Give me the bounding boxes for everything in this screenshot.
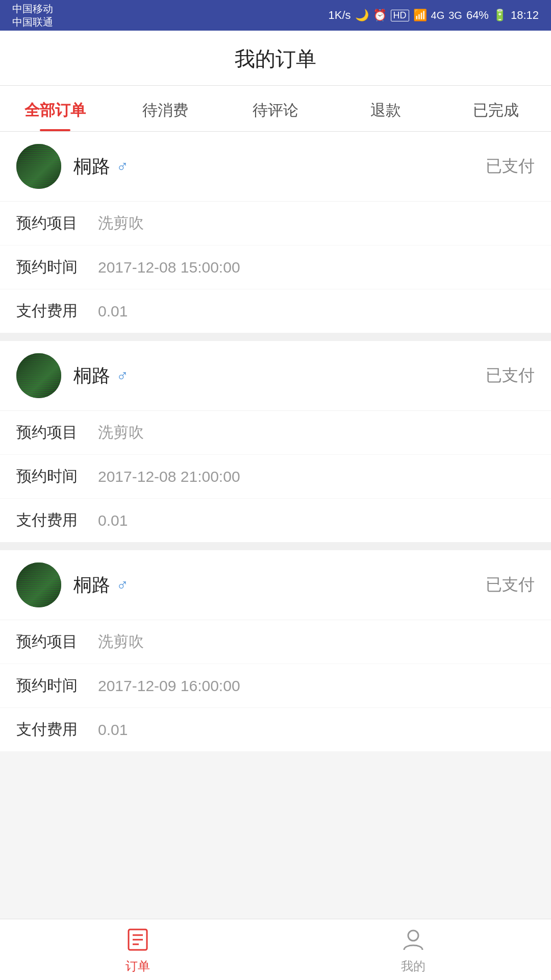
order-time-row-1: 预约时间 2017-12-08 15:00:00 bbox=[0, 246, 551, 289]
order-header-1: 桐路 ♂ 已支付 bbox=[0, 132, 551, 202]
project-label-1: 预约项目 bbox=[16, 213, 98, 234]
fee-value-3: 0.01 bbox=[98, 721, 128, 739]
fee-value-1: 0.01 bbox=[98, 303, 128, 320]
shop-name-3: 桐路 bbox=[73, 573, 110, 598]
signal-4g-icon: 4G bbox=[431, 10, 445, 21]
order-card-1: 桐路 ♂ 已支付 预约项目 洗剪吹 预约时间 2017-12-08 15:00:… bbox=[0, 132, 551, 333]
project-label-3: 预约项目 bbox=[16, 631, 98, 652]
wifi-icon: 📶 bbox=[413, 9, 427, 22]
order-status-2: 已支付 bbox=[486, 364, 535, 387]
bottom-nav: 订单 我的 bbox=[0, 919, 551, 980]
status-right: 1K/s 🌙 ⏰ HD 📶 4G 3G 64% 🔋 18:12 bbox=[328, 9, 539, 22]
project-value-1: 洗剪吹 bbox=[98, 213, 144, 234]
time-display: 18:12 bbox=[511, 9, 539, 22]
battery-percent: 64% bbox=[466, 9, 489, 22]
order-time-row-2: 预约时间 2017-12-08 21:00:00 bbox=[0, 455, 551, 499]
project-label-2: 预约项目 bbox=[16, 422, 98, 443]
carrier2: 中国联通 bbox=[12, 15, 53, 29]
fee-label-2: 支付费用 bbox=[16, 510, 98, 531]
gender-icon-1: ♂ bbox=[116, 157, 129, 176]
alarm-icon: ⏰ bbox=[373, 9, 387, 22]
nav-orders-label: 订单 bbox=[126, 958, 150, 974]
fee-label-3: 支付费用 bbox=[16, 719, 98, 740]
order-header-2: 桐路 ♂ 已支付 bbox=[0, 341, 551, 411]
shop-name-2: 桐路 bbox=[73, 363, 110, 388]
svg-point-4 bbox=[408, 930, 418, 941]
tab-bar: 全部订单 待消费 待评论 退款 已完成 bbox=[0, 86, 551, 132]
tab-all-orders[interactable]: 全部订单 bbox=[0, 86, 110, 131]
carrier-info: 中国移动 中国联通 bbox=[12, 2, 53, 29]
fee-value-2: 0.01 bbox=[98, 512, 128, 529]
signal-3g-icon: 3G bbox=[448, 10, 462, 21]
order-fee-row-1: 支付费用 0.01 bbox=[0, 289, 551, 333]
order-status-1: 已支付 bbox=[486, 155, 535, 178]
order-list: 桐路 ♂ 已支付 预约项目 洗剪吹 预约时间 2017-12-08 15:00:… bbox=[0, 132, 551, 751]
order-card-3: 桐路 ♂ 已支付 预约项目 洗剪吹 预约时间 2017-12-09 16:00:… bbox=[0, 550, 551, 751]
order-status-3: 已支付 bbox=[486, 574, 535, 596]
moon-icon: 🌙 bbox=[355, 9, 369, 22]
gender-icon-3: ♂ bbox=[116, 576, 129, 595]
battery-icon: 🔋 bbox=[493, 9, 507, 22]
project-value-3: 洗剪吹 bbox=[98, 631, 144, 652]
order-project-row-3: 预约项目 洗剪吹 bbox=[0, 620, 551, 664]
order-project-row-2: 预约项目 洗剪吹 bbox=[0, 411, 551, 455]
order-card-2: 桐路 ♂ 已支付 预约项目 洗剪吹 预约时间 2017-12-08 21:00:… bbox=[0, 341, 551, 542]
tab-review[interactable]: 待评论 bbox=[220, 86, 331, 131]
order-fee-row-2: 支付费用 0.01 bbox=[0, 499, 551, 542]
gender-icon-2: ♂ bbox=[116, 366, 129, 385]
order-nav-icon bbox=[123, 925, 152, 954]
order-header-3: 桐路 ♂ 已支付 bbox=[0, 550, 551, 620]
tab-done[interactable]: 已完成 bbox=[441, 86, 551, 131]
shop-name-1: 桐路 bbox=[73, 154, 110, 179]
nav-mine[interactable]: 我的 bbox=[276, 919, 551, 980]
nav-mine-label: 我的 bbox=[401, 958, 425, 974]
person-nav-icon bbox=[399, 925, 428, 954]
tab-pending[interactable]: 待消费 bbox=[110, 86, 220, 131]
nav-orders[interactable]: 订单 bbox=[0, 919, 276, 980]
fee-label-1: 支付费用 bbox=[16, 301, 98, 322]
avatar-2 bbox=[16, 353, 61, 398]
hd-badge: HD bbox=[391, 10, 409, 21]
time-value-2: 2017-12-08 21:00:00 bbox=[98, 468, 240, 485]
order-time-row-3: 预约时间 2017-12-09 16:00:00 bbox=[0, 664, 551, 708]
avatar-3 bbox=[16, 562, 61, 607]
carrier1: 中国移动 bbox=[12, 2, 53, 15]
project-value-2: 洗剪吹 bbox=[98, 422, 144, 443]
time-label-2: 预约时间 bbox=[16, 466, 98, 487]
avatar-1 bbox=[16, 144, 61, 189]
tab-refund[interactable]: 退款 bbox=[331, 86, 441, 131]
time-label-1: 预约时间 bbox=[16, 257, 98, 278]
time-value-1: 2017-12-08 15:00:00 bbox=[98, 259, 240, 276]
order-fee-row-3: 支付费用 0.01 bbox=[0, 708, 551, 751]
time-label-3: 预约时间 bbox=[16, 675, 98, 696]
order-project-row-1: 预约项目 洗剪吹 bbox=[0, 202, 551, 246]
status-bar: 中国移动 中国联通 1K/s 🌙 ⏰ HD 📶 4G 3G 64% 🔋 18:1… bbox=[0, 0, 551, 31]
page-header: 我的订单 bbox=[0, 31, 551, 86]
time-value-3: 2017-12-09 16:00:00 bbox=[98, 677, 240, 695]
page-title: 我的订单 bbox=[235, 47, 316, 70]
network-speed: 1K/s bbox=[328, 9, 350, 22]
